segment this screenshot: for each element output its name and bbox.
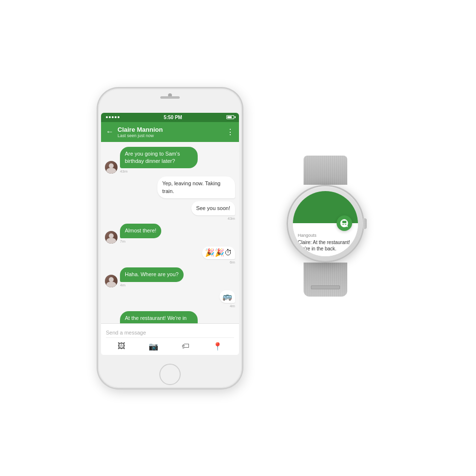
message-timestamp: 7m xyxy=(120,239,125,244)
smartwatch: Hangouts Claire: At the restaurant! We'r… xyxy=(272,156,379,321)
signal-dots xyxy=(106,116,119,118)
app-bar: ← Claire Mannion Last seen just now ⋮ xyxy=(101,122,239,142)
signal-dot xyxy=(112,116,114,118)
power-button xyxy=(242,152,243,176)
watch-screen-top xyxy=(293,191,358,223)
message-row: Almost there! 7m xyxy=(105,224,235,243)
watch-app-name: Hangouts xyxy=(298,233,353,238)
status-time: 5:50 PM xyxy=(164,115,182,120)
battery-fill xyxy=(227,116,232,118)
message-row: 🎉🎉⏱ 6m xyxy=(105,247,235,264)
input-toolbar: 🖼 📷 🏷 📍 xyxy=(106,342,234,351)
contact-name: Claire Mannion xyxy=(118,126,222,133)
contact-status: Last seen just now xyxy=(118,133,222,138)
avatar xyxy=(105,275,118,287)
message-block: Haha. Where are you? 4m xyxy=(120,267,184,287)
message-row: Haha. Where are you? 4m xyxy=(105,267,235,287)
avatar xyxy=(105,161,118,174)
message-timestamp: 6m xyxy=(230,260,235,264)
camera-icon[interactable]: 📷 xyxy=(149,342,158,351)
input-area: Send a message 🖼 📷 🏷 📍 xyxy=(101,323,239,355)
chat-area: Are you going to Sam's birthday dinner l… xyxy=(101,142,239,323)
location-icon[interactable]: 📍 xyxy=(213,342,222,351)
more-options-icon[interactable]: ⋮ xyxy=(226,127,234,137)
message-row: At the restaurant! We're in the back. No… xyxy=(105,311,235,323)
watch-clasp xyxy=(311,285,340,289)
phone-screen: 5:50 PM ← Claire Mannion Last seen just … xyxy=(101,113,239,355)
watch-screen: Hangouts Claire: At the restaurant! We'r… xyxy=(293,191,358,256)
sticker-icon[interactable]: 🏷 xyxy=(182,342,189,351)
signal-dot xyxy=(118,116,119,118)
message-row: Are you going to Sam's birthday dinner l… xyxy=(105,147,235,174)
home-button[interactable] xyxy=(159,364,181,385)
signal-dot xyxy=(115,116,117,118)
message-bubble: 🎉🎉⏱ xyxy=(202,247,235,259)
message-row: 🚌 4m xyxy=(105,290,235,308)
status-bar: 5:50 PM xyxy=(101,113,239,122)
signal-dot xyxy=(109,116,111,118)
message-block: See you soon! 43m xyxy=(191,201,235,221)
message-bubble: Almost there! xyxy=(120,224,161,238)
message-block: Are you going to Sam's birthday dinner l… xyxy=(120,147,198,174)
silent-switch xyxy=(97,181,98,195)
watch-band-top xyxy=(304,156,347,185)
message-block: Yep, leaving now. Taking train. xyxy=(157,176,235,198)
avatar-image xyxy=(105,275,118,287)
avatar xyxy=(105,231,118,244)
phone-speaker xyxy=(160,96,180,99)
watch-crown[interactable] xyxy=(363,218,367,229)
volume-down-button xyxy=(97,161,98,176)
message-block: Almost there! 7m xyxy=(120,224,161,243)
message-timestamp: 43m xyxy=(227,216,235,221)
hangouts-badge-icon xyxy=(337,215,352,231)
message-timestamp: 43m xyxy=(120,169,128,174)
message-input[interactable]: Send a message xyxy=(106,328,234,338)
avatar-image xyxy=(105,231,118,244)
contact-info: Claire Mannion Last seen just now xyxy=(118,126,222,138)
message-bubble: Are you going to Sam's birthday dinner l… xyxy=(120,147,198,169)
image-icon[interactable]: 🖼 xyxy=(118,342,125,351)
back-button[interactable]: ← xyxy=(106,127,114,136)
hangouts-svg-icon xyxy=(340,218,349,228)
battery-icon xyxy=(226,115,234,119)
message-bubble: Haha. Where are you? xyxy=(120,267,184,282)
message-bubble: Yep, leaving now. Taking train. xyxy=(157,176,235,198)
message-bubble: 🚌 xyxy=(220,290,235,303)
signal-dot xyxy=(106,116,108,118)
message-timestamp: 4m xyxy=(230,304,235,308)
status-icons xyxy=(226,115,234,119)
scene: 5:50 PM ← Claire Mannion Last seen just … xyxy=(0,0,476,476)
watch-band-bottom xyxy=(304,263,347,297)
phone: 5:50 PM ← Claire Mannion Last seen just … xyxy=(97,88,243,389)
message-block: 🎉🎉⏱ 6m xyxy=(202,247,235,264)
message-block: At the restaurant! We're in the back. No… xyxy=(120,311,198,323)
message-bubble: At the restaurant! We're in the back. xyxy=(120,311,198,323)
avatar-image xyxy=(105,161,118,174)
message-block: 🚌 4m xyxy=(220,290,235,308)
watch-message-text: Claire: At the restaurant! We're in the … xyxy=(298,239,353,252)
message-bubble: See you soon! xyxy=(191,201,235,215)
message-row: Yep, leaving now. Taking train. xyxy=(105,176,235,198)
message-row: See you soon! 43m xyxy=(105,201,235,221)
volume-up-button xyxy=(97,142,98,157)
message-timestamp: 4m xyxy=(120,283,125,287)
watch-body: Hangouts Claire: At the restaurant! We'r… xyxy=(287,185,364,263)
